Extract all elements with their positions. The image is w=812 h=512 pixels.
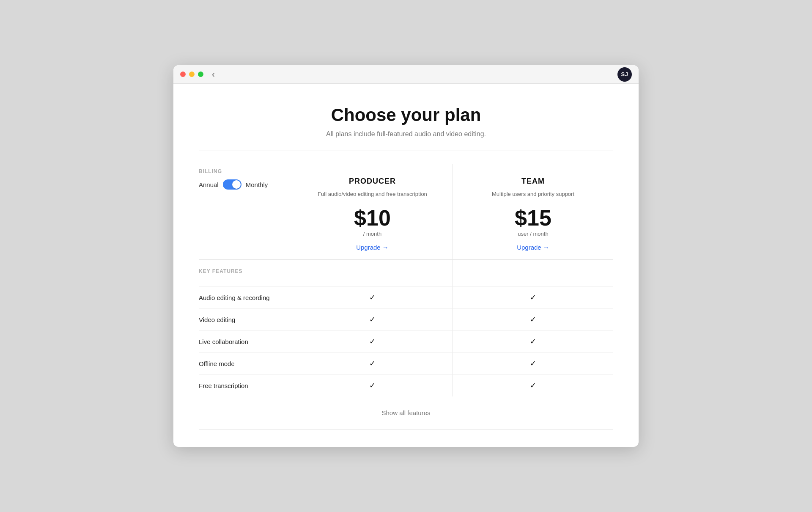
team-upgrade-link[interactable]: Upgrade → (517, 244, 549, 251)
key-features-spacer-producer (292, 259, 453, 286)
billing-toggle-row: Annual Monthly (199, 179, 292, 190)
feature-producer-check-0: ✓ (292, 286, 453, 308)
maximize-button[interactable] (198, 72, 203, 77)
feature-name-1: Video editing (199, 308, 292, 330)
header-spacer: BILLING Annual Monthly (199, 164, 292, 259)
producer-column-header: PRODUCER Full audio/video editing and fr… (292, 164, 453, 259)
close-button[interactable] (180, 72, 186, 77)
checkmark-icon: ✓ (369, 337, 376, 346)
page-subtitle: All plans include full-featured audio an… (199, 130, 613, 138)
checkmark-icon: ✓ (530, 337, 536, 346)
feature-team-check-1: ✓ (453, 308, 613, 330)
producer-price-period: / month (363, 231, 381, 237)
checkmark-icon: ✓ (530, 381, 536, 390)
avatar[interactable]: SJ (617, 67, 632, 82)
feature-name-3: Offline mode (199, 352, 292, 374)
feature-team-check-4: ✓ (453, 374, 613, 396)
checkmark-icon: ✓ (369, 315, 376, 324)
billing-section: BILLING Annual Monthly (199, 164, 292, 194)
titlebar: ‹ SJ (173, 65, 639, 84)
checkmark-icon: ✓ (369, 293, 376, 302)
feature-team-check-0: ✓ (453, 286, 613, 308)
team-price: $15 (515, 207, 551, 229)
annual-label: Annual (199, 181, 219, 188)
billing-toggle[interactable] (223, 179, 241, 190)
producer-plan-name: PRODUCER (349, 177, 396, 186)
toggle-thumb (232, 180, 241, 189)
feature-producer-check-4: ✓ (292, 374, 453, 396)
traffic-lights (180, 72, 203, 77)
minimize-button[interactable] (189, 72, 195, 77)
page-title: Choose your plan (199, 105, 613, 125)
plan-table: BILLING Annual Monthly PRODUCER Full aud… (199, 164, 613, 396)
team-column-header: TEAM Multiple users and priority support… (453, 164, 613, 259)
feature-team-check-3: ✓ (453, 352, 613, 374)
feature-producer-check-3: ✓ (292, 352, 453, 374)
page-header: Choose your plan All plans include full-… (199, 105, 613, 138)
checkmark-icon: ✓ (530, 359, 536, 368)
monthly-label: Monthly (246, 181, 268, 188)
checkmark-icon: ✓ (369, 381, 376, 390)
team-price-period: user / month (518, 231, 548, 237)
team-plan-name: TEAM (521, 177, 545, 186)
key-features-header: KEY FEATURES (199, 259, 292, 286)
show-all-row: Show all features (199, 409, 613, 425)
team-plan-desc: Multiple users and priority support (492, 190, 574, 198)
key-features-label: KEY FEATURES (199, 268, 243, 274)
producer-plan-desc: Full audio/video editing and free transc… (318, 190, 427, 198)
feature-team-check-2: ✓ (453, 330, 613, 352)
billing-label: BILLING (199, 168, 292, 174)
feature-name-0: Audio editing & recording (199, 286, 292, 308)
checkmark-icon: ✓ (530, 315, 536, 324)
feature-name-4: Free transcription (199, 374, 292, 396)
page-content: Choose your plan All plans include full-… (173, 84, 639, 447)
back-button[interactable]: ‹ (210, 68, 217, 81)
bottom-divider (199, 429, 613, 430)
feature-name-2: Live collaboration (199, 330, 292, 352)
checkmark-icon: ✓ (530, 293, 536, 302)
feature-producer-check-1: ✓ (292, 308, 453, 330)
key-features-spacer-team (453, 259, 613, 286)
app-window: ‹ SJ Choose your plan All plans include … (173, 65, 639, 447)
header-divider (199, 151, 613, 151)
producer-upgrade-link[interactable]: Upgrade → (356, 244, 389, 251)
checkmark-icon: ✓ (369, 359, 376, 368)
feature-producer-check-2: ✓ (292, 330, 453, 352)
show-all-features-button[interactable]: Show all features (381, 409, 430, 416)
producer-price: $10 (354, 207, 391, 229)
